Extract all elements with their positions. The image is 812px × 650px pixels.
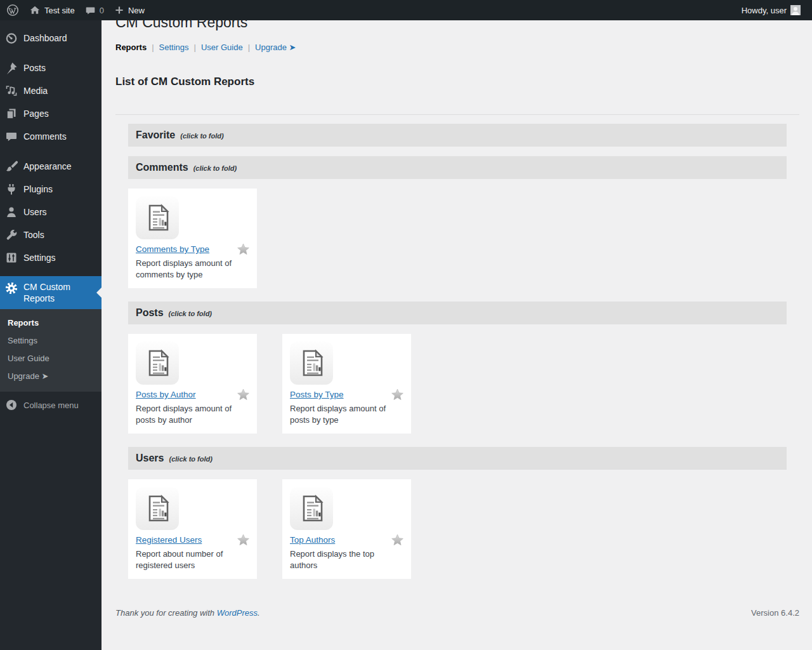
- nav-tab-upgrade[interactable]: Upgrade ➤: [255, 43, 296, 52]
- report-description: Report displays the top authors: [290, 548, 403, 571]
- report-description: Report displays amount of comments by ty…: [136, 258, 249, 281]
- sidebar-item-plugins[interactable]: Plugins: [0, 178, 102, 201]
- sidebar-item-label: Settings: [23, 252, 56, 263]
- section-header-posts[interactable]: Posts (click to fold): [128, 302, 787, 324]
- tools-wrench-icon: [5, 229, 18, 241]
- section-fold-hint: (click to fold): [169, 310, 212, 317]
- sidebar-item-label: Pages: [23, 108, 49, 119]
- sidebar-item-media[interactable]: Media: [0, 79, 102, 102]
- my-account-menu[interactable]: Howdy, user: [737, 0, 806, 20]
- comment-count: 0: [100, 6, 104, 15]
- sidebar-item-posts[interactable]: Posts: [0, 56, 102, 79]
- sidebar-item-appearance[interactable]: Appearance: [0, 155, 102, 178]
- collapse-arrow-icon: [5, 399, 18, 411]
- submenu-item-user-guide[interactable]: User Guide: [0, 350, 102, 368]
- footer-thanks-period: .: [258, 608, 260, 618]
- sidebar-item-comments[interactable]: Comments: [0, 125, 102, 148]
- report-document-icon: [142, 348, 173, 378]
- favorite-star-icon[interactable]: [237, 388, 249, 401]
- submenu-item-reports[interactable]: Reports: [0, 314, 102, 332]
- sidebar-item-label: Posts: [23, 62, 46, 74]
- section-fold-hint: (click to fold): [193, 164, 237, 172]
- new-content-button[interactable]: New: [109, 0, 150, 20]
- sidebar-item-label: Dashboard: [23, 32, 67, 44]
- plugins-plug-icon: [5, 183, 18, 196]
- report-icon-tile: [136, 342, 179, 385]
- cm-custom-reports-submenu: Reports Settings User Guide Upgrade ➤: [0, 309, 102, 392]
- collapse-menu-label: Collapse menu: [23, 401, 79, 410]
- appearance-brush-icon: [5, 160, 18, 173]
- wordpress-logo-menu[interactable]: [1, 0, 24, 20]
- pages-icon: [5, 107, 18, 120]
- section-header-favorite[interactable]: Favorite (click to fold): [128, 124, 787, 147]
- report-description: Report displays amount of posts by type: [290, 403, 403, 426]
- plus-icon: [114, 5, 124, 15]
- report-card-comments-by-type: Comments by Type Report displays amount …: [128, 189, 257, 288]
- footer-thanks-text: Thank you for creating with: [115, 608, 217, 618]
- media-icon: [5, 84, 18, 97]
- report-link[interactable]: Comments by Type: [136, 244, 209, 255]
- nav-tab-user-guide[interactable]: User Guide: [201, 43, 243, 52]
- section-title: Users: [136, 452, 164, 465]
- site-name-label: Test site: [44, 6, 75, 15]
- comments-bubble-icon: [85, 5, 96, 16]
- favorite-star-icon[interactable]: [237, 243, 249, 255]
- section-title: Comments: [136, 161, 188, 174]
- comments-admin-bar-link[interactable]: 0: [80, 0, 109, 20]
- report-card-top-authors: Top Authors Report displays the top auth…: [282, 479, 411, 579]
- report-icon-tile: [290, 342, 333, 385]
- sidebar-item-dashboard[interactable]: Dashboard: [0, 27, 102, 50]
- report-description: Report displays amount of posts by autho…: [136, 403, 249, 426]
- posts-pin-icon: [5, 62, 18, 74]
- dashboard-icon: [5, 32, 18, 44]
- sidebar-item-label: Plugins: [23, 183, 53, 195]
- nav-separator: |: [248, 43, 250, 52]
- sidebar-item-pages[interactable]: Pages: [0, 102, 102, 125]
- section-fold-hint: (click to fold): [169, 455, 212, 463]
- report-link[interactable]: Posts by Author: [136, 389, 196, 400]
- section-header-users[interactable]: Users (click to fold): [128, 447, 787, 470]
- sidebar-item-tools[interactable]: Tools: [0, 223, 102, 246]
- report-card-registered-users: Registered Users Report about number of …: [128, 479, 257, 579]
- admin-bar: Test site 0 New Howdy, user: [0, 0, 812, 20]
- favorite-star-icon[interactable]: [237, 534, 249, 546]
- home-icon: [29, 4, 41, 16]
- report-document-icon: [142, 202, 173, 233]
- report-link[interactable]: Posts by Type: [290, 389, 344, 400]
- users-icon: [5, 206, 18, 218]
- report-document-icon: [296, 348, 327, 378]
- footer-version: Version 6.4.2: [751, 608, 799, 618]
- sidebar-item-cm-custom-reports[interactable]: CM Custom Reports: [0, 276, 102, 309]
- report-card-posts-by-type: Posts by Type Report displays amount of …: [282, 334, 411, 434]
- plugin-nav: Reports|Settings|User Guide|Upgrade ➤: [115, 43, 799, 52]
- favorite-star-icon[interactable]: [391, 534, 403, 546]
- admin-sidebar: Dashboard Posts Media Pages Comments: [0, 20, 102, 650]
- sidebar-item-label: Users: [23, 206, 47, 218]
- footer-thanks: Thank you for creating with WordPress.: [115, 608, 260, 618]
- report-icon-tile: [290, 487, 333, 530]
- report-icon-tile: [136, 487, 179, 530]
- favorite-star-icon[interactable]: [391, 388, 403, 401]
- nav-tab-settings[interactable]: Settings: [159, 43, 189, 52]
- sidebar-item-users[interactable]: Users: [0, 201, 102, 223]
- card-row: Posts by Author Report displays amount o…: [128, 334, 787, 434]
- submenu-item-upgrade[interactable]: Upgrade ➤: [0, 368, 102, 385]
- collapse-menu-button[interactable]: Collapse menu: [0, 392, 102, 418]
- section-header-comments[interactable]: Comments (click to fold): [128, 156, 787, 179]
- report-document-icon: [296, 493, 327, 524]
- report-link[interactable]: Registered Users: [136, 534, 202, 545]
- sidebar-item-label: Media: [23, 85, 48, 96]
- howdy-label: Howdy, user: [742, 6, 787, 15]
- report-sections: Favorite (click to fold) Comments (click…: [115, 115, 799, 579]
- sidebar-item-settings[interactable]: Settings: [0, 246, 102, 269]
- submenu-item-settings[interactable]: Settings: [0, 332, 102, 350]
- report-link[interactable]: Top Authors: [290, 534, 335, 545]
- admin-footer: Thank you for creating with WordPress. V…: [115, 608, 799, 618]
- section-title: Posts: [136, 307, 164, 319]
- report-document-icon: [142, 493, 173, 524]
- section-fold-hint: (click to fold): [180, 132, 223, 140]
- site-name-link[interactable]: Test site: [24, 0, 80, 20]
- nav-tab-reports[interactable]: Reports: [115, 43, 147, 52]
- wordpress-link[interactable]: WordPress: [217, 608, 258, 618]
- wordpress-logo-icon: [6, 4, 19, 17]
